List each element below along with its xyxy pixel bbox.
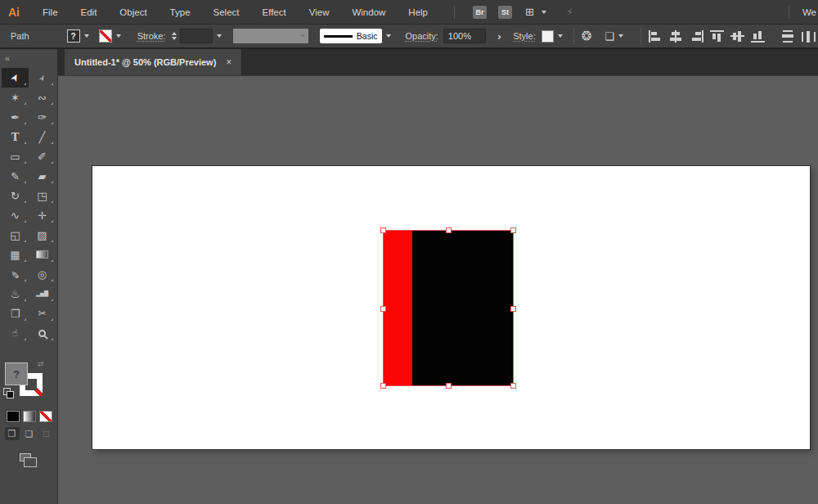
tool-shaper[interactable]: ✎ [2, 166, 29, 186]
recolor-artwork-icon[interactable]: ❂ [582, 29, 592, 43]
selection-handle-middle-left[interactable] [380, 306, 386, 312]
tool-shape-builder[interactable]: ◱ [2, 225, 29, 245]
menu-item-help[interactable]: Help [397, 0, 439, 24]
align-right-icon[interactable] [690, 30, 703, 43]
canvas[interactable]: ➤ [58, 76, 818, 504]
tool-column-graph[interactable]: ▂▅█ [29, 284, 56, 304]
menu-item-window[interactable]: Window [340, 0, 397, 24]
tool-type[interactable]: T [2, 127, 29, 146]
tool-magic-wand[interactable]: ✶ [2, 88, 29, 107]
selected-object[interactable] [383, 230, 514, 386]
selection-handle-bottom-left[interactable] [380, 383, 386, 389]
align-left-icon[interactable] [649, 30, 663, 43]
selection-handle-middle-right[interactable] [510, 306, 516, 312]
selection-handle-bottom-right[interactable] [510, 383, 516, 389]
stock-button[interactable]: St [498, 6, 512, 19]
draw-normal-icon[interactable]: ❒ [5, 427, 20, 440]
menu-item-object[interactable]: Object [108, 0, 158, 24]
tool-zoom[interactable] [29, 323, 56, 343]
selection-handle-top-left[interactable] [380, 227, 386, 233]
stroke-weight-field[interactable] [180, 29, 213, 43]
stroke-weight-chevron-icon[interactable] [217, 34, 222, 38]
style-panel-link[interactable]: Style: [513, 31, 536, 41]
tool-selection[interactable]: ➤ [2, 68, 29, 88]
color-type-buttons [0, 411, 58, 422]
none-button[interactable] [39, 411, 52, 422]
swap-fill-stroke-icon[interactable]: ⇄ [38, 360, 44, 368]
menu-item-type[interactable]: Type [159, 0, 202, 24]
selection-handle-bottom-center[interactable] [446, 383, 452, 389]
fill-proxy[interactable]: ? [5, 362, 28, 385]
arrange-documents-button[interactable]: ⊞ [525, 6, 550, 18]
tool-artboard[interactable]: ❐ [2, 304, 29, 323]
tools-panel: « ➤➢✶∾✒✑T╱▭✐✎▰↻◳∿✛◱▨▦✏◎♨▂▅█❐✂☝ ⇄ ? ❒ ❑ ⊡ [0, 49, 58, 504]
bridge-button[interactable]: Br [473, 6, 487, 19]
tool-symbol-sprayer[interactable]: ♨ [2, 284, 29, 304]
opacity-options-arrow-icon[interactable]: › [497, 30, 501, 43]
selection-handle-top-center[interactable] [446, 227, 452, 233]
tool-paintbrush[interactable]: ✐ [29, 146, 56, 166]
tool-eraser[interactable]: ▰ [29, 166, 56, 186]
align-top-icon[interactable] [710, 30, 724, 43]
opacity-field[interactable]: 100% [443, 29, 486, 43]
brush-chevron-icon[interactable] [386, 34, 391, 38]
screen-mode-icon[interactable] [20, 453, 31, 461]
red-rectangle[interactable] [384, 231, 412, 385]
style-chevron-icon[interactable] [558, 34, 563, 38]
stepper-up-icon[interactable] [172, 32, 177, 35]
controlbar-divider [640, 28, 641, 44]
tool-rectangle[interactable]: ▭ [2, 146, 29, 166]
tool-pen[interactable]: ✒ [2, 107, 29, 127]
brush-definition-dropdown[interactable]: Basic [320, 29, 382, 43]
tab-close-icon[interactable]: × [226, 56, 231, 68]
column-graph-icon: ▂▅█ [36, 291, 48, 297]
tool-direct-selection[interactable]: ➢ [29, 68, 56, 88]
draw-behind-icon[interactable]: ❑ [22, 427, 37, 440]
menu-item-effect[interactable]: Effect [251, 0, 298, 24]
menu-item-edit[interactable]: Edit [70, 0, 109, 24]
opacity-panel-link[interactable]: Opacity: [406, 31, 438, 41]
fill-dropdown-chevron-icon[interactable] [84, 34, 89, 38]
select-similar-objects-button[interactable]: ❏ [605, 30, 627, 43]
tool-perspective-grid[interactable]: ▨ [29, 225, 56, 245]
tool-width[interactable]: ∿ [2, 205, 29, 225]
tool-blend[interactable]: ◎ [29, 264, 56, 284]
chevron-down-icon [542, 11, 546, 14]
stroke-dropdown-chevron-icon[interactable] [116, 34, 121, 38]
tool-eyedropper[interactable]: ✏ [2, 264, 29, 284]
graphic-style-swatch[interactable] [542, 30, 554, 43]
align-h-center-icon[interactable] [669, 30, 683, 43]
tool-puppet-warp[interactable]: ✛ [29, 205, 56, 225]
tool-hand[interactable]: ☝ [2, 323, 29, 343]
tool-line[interactable]: ╱ [29, 127, 56, 146]
menu-item-view[interactable]: View [298, 0, 341, 24]
default-fill-stroke-icon[interactable] [3, 388, 11, 395]
tool-scale[interactable]: ◳ [29, 186, 56, 205]
distribute-v-icon[interactable] [781, 30, 795, 43]
tool-mesh[interactable]: ▦ [2, 245, 29, 264]
tool-curvature[interactable]: ✑ [29, 107, 56, 127]
stroke-panel-link[interactable]: Stroke: [137, 31, 166, 41]
hand-icon: ☝ [12, 328, 18, 338]
color-button[interactable] [7, 411, 20, 422]
collapse-panel-icon[interactable]: « [0, 49, 57, 63]
menu-item-select[interactable]: Select [202, 0, 251, 24]
paintbrush-icon: ✐ [38, 151, 47, 162]
gradient-button[interactable] [23, 411, 36, 422]
selection-handle-top-right[interactable] [510, 227, 516, 233]
workspace-switcher[interactable]: We [796, 7, 818, 17]
fill-color-swatch[interactable]: ? [67, 29, 80, 43]
align-bottom-icon[interactable] [751, 30, 765, 43]
document-tab[interactable]: Untitled-1* @ 50% (RGB/Preview) × [65, 49, 242, 75]
tool-gradient[interactable] [29, 245, 56, 264]
distribute-h-icon[interactable] [802, 30, 816, 43]
stepper-down-icon[interactable] [172, 37, 177, 40]
tool-slice[interactable]: ✂ [29, 304, 56, 323]
menu-item-file[interactable]: File [31, 0, 70, 24]
stroke-weight-stepper[interactable] [172, 32, 177, 40]
black-rectangle[interactable] [412, 231, 513, 385]
align-v-center-icon[interactable] [730, 30, 744, 43]
stroke-color-swatch[interactable] [99, 29, 112, 43]
tool-lasso[interactable]: ∾ [29, 88, 56, 107]
tool-rotate[interactable]: ↻ [2, 186, 29, 205]
